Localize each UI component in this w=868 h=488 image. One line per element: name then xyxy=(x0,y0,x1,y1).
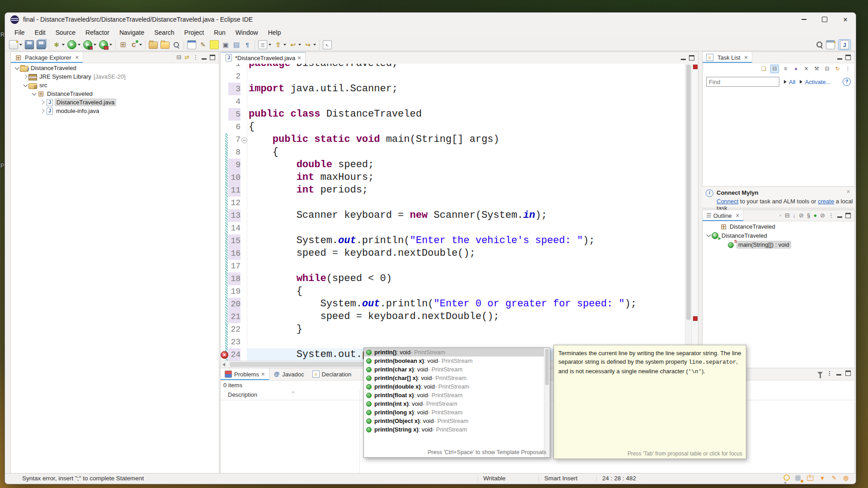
column-description[interactable]: Description xyxy=(228,391,257,398)
close-icon[interactable]: ✕ xyxy=(75,55,79,61)
minimize-icon[interactable] xyxy=(681,59,686,60)
presentation-icon[interactable]: ● xyxy=(792,65,800,73)
scrollbar-thumb[interactable] xyxy=(545,349,549,385)
menu-source[interactable]: Source xyxy=(51,28,80,38)
outline-item-main[interactable]: main(String[]) : void xyxy=(703,240,854,249)
dropdown-icon[interactable] xyxy=(283,44,286,46)
dropdown-icon[interactable] xyxy=(62,44,65,46)
column-divider[interactable] xyxy=(359,390,360,473)
menu-help[interactable]: Help xyxy=(263,28,286,38)
code-line-10[interactable]: 10 int maxHours; xyxy=(221,171,698,184)
sort-icon[interactable]: ↓ xyxy=(793,212,796,219)
pencil-icon[interactable] xyxy=(830,474,838,482)
link-with-editor-icon[interactable]: ⇄ xyxy=(184,54,189,61)
tab-declaration[interactable]: Declaration xyxy=(308,368,356,380)
code-line-14[interactable]: 14 xyxy=(221,222,698,235)
expander-icon[interactable] xyxy=(22,84,28,86)
table-button[interactable] xyxy=(231,40,241,49)
scrollbar-thumb[interactable] xyxy=(230,362,365,367)
collapse-all-icon[interactable]: ⊟ xyxy=(176,54,181,61)
new-java-project-button[interactable] xyxy=(118,40,128,49)
console-button[interactable] xyxy=(186,40,197,50)
update-project-button[interactable] xyxy=(129,40,143,49)
connect-link[interactable]: Connect xyxy=(717,198,738,205)
dropdown-icon[interactable] xyxy=(19,44,22,46)
cursor-position[interactable]: 24 : 28 : 482 xyxy=(602,475,636,482)
code-line-18[interactable]: 18 while(speed < 0) xyxy=(221,272,698,285)
menu-file[interactable]: File xyxy=(9,28,30,38)
tab-distancetraveled-java[interactable]: *DistanceTraveled.java ✕ xyxy=(221,52,306,64)
cap-icon[interactable] xyxy=(819,474,826,482)
view-menu-icon[interactable]: ⋮ xyxy=(844,65,852,73)
expander-icon[interactable] xyxy=(31,93,37,95)
dropdown-icon[interactable] xyxy=(78,44,80,46)
maximize-icon[interactable] xyxy=(210,55,215,60)
close-icon[interactable]: ✕ xyxy=(261,371,265,377)
external-tools-button[interactable] xyxy=(98,40,113,50)
maximize-icon[interactable] xyxy=(845,213,851,218)
close-icon[interactable]: ✕ xyxy=(297,55,301,61)
code-line-1[interactable]: 1package DistanceTraveled; xyxy=(221,64,698,70)
error-marker[interactable] xyxy=(693,65,698,69)
close-icon[interactable]: ✕ xyxy=(744,55,748,61)
expander-icon[interactable] xyxy=(705,235,712,236)
categorized-icon[interactable]: ⊟ xyxy=(770,65,779,73)
minimize-icon[interactable] xyxy=(837,216,842,218)
minimize-icon[interactable] xyxy=(202,58,207,60)
maximize-button[interactable] xyxy=(814,13,835,26)
completion-item-println-double-x[interactable]: println(double x) : void - PrintStream xyxy=(364,382,550,391)
code-line-13[interactable]: 13 Scanner keyboard = new Scanner(System… xyxy=(221,209,698,222)
delete-icon[interactable]: ✕ xyxy=(802,65,810,73)
book-icon[interactable] xyxy=(807,474,814,482)
tree-item-distancetraveled-java[interactable]: DistanceTraveled.java xyxy=(11,98,219,107)
skip-breakpoints-button[interactable] xyxy=(52,40,66,49)
close-icon[interactable]: ✕ xyxy=(736,213,740,219)
expander-icon[interactable] xyxy=(39,101,46,104)
view-menu-icon[interactable]: ⋮ xyxy=(828,212,834,219)
tree-item-jre-system-library[interactable]: JRE System Library[JavaSE-20] xyxy=(11,72,219,81)
code-line-4[interactable]: 4 xyxy=(221,95,698,108)
menu-edit[interactable]: Edit xyxy=(30,28,51,38)
code-editor[interactable]: 1package DistanceTraveled;23import java.… xyxy=(221,64,698,361)
view-menu-icon[interactable]: ⋮ xyxy=(193,54,198,61)
chevron-right-icon[interactable] xyxy=(784,80,787,84)
dropdown-icon[interactable] xyxy=(313,44,316,46)
dropdown-icon[interactable] xyxy=(109,44,112,46)
touch-icon[interactable] xyxy=(795,474,802,482)
code-line-17[interactable]: 17 xyxy=(221,260,698,272)
expander-icon[interactable] xyxy=(39,109,46,113)
hide-fields-icon[interactable]: ⊘ xyxy=(799,212,804,219)
code-line-5[interactable]: 5public class DistanceTraveled xyxy=(221,108,698,121)
find-input[interactable] xyxy=(706,77,779,87)
code-line-9[interactable]: 9 double speed; xyxy=(221,159,698,171)
popup-scrollbar[interactable] xyxy=(544,348,550,457)
completion-item-println-long-x[interactable]: println(long x) : void - PrintStream xyxy=(364,408,550,417)
menu-refactor[interactable]: Refactor xyxy=(80,28,114,38)
dropdown-icon[interactable] xyxy=(298,44,301,46)
menu-project[interactable]: Project xyxy=(179,28,209,38)
code-line-3[interactable]: 3import java.util.Scanner; xyxy=(221,83,698,95)
all-link[interactable]: All xyxy=(789,79,795,85)
completion-item-println-Object-x[interactable]: println(Object x) : void - PrintStream xyxy=(364,417,550,425)
dropdown-icon[interactable] xyxy=(94,44,96,46)
code-line-11[interactable]: 11 int periods; xyxy=(221,184,698,197)
minimize-button[interactable] xyxy=(793,13,814,26)
code-line-12[interactable]: 12 xyxy=(221,197,698,209)
search-tool-button[interactable] xyxy=(171,40,181,49)
forward-button[interactable] xyxy=(303,40,317,49)
scheduled-icon[interactable]: ≡ xyxy=(782,65,789,73)
minimize-icon[interactable] xyxy=(837,58,842,60)
link2-button[interactable] xyxy=(221,40,231,49)
completion-item-println-char-x[interactable]: println(char x) : void - PrintStream xyxy=(364,365,550,374)
hide-static-icon[interactable]: § xyxy=(807,212,810,219)
dropdown-icon[interactable] xyxy=(269,44,271,46)
code-line-15[interactable]: 15 System.out.println("Enter the vehicle… xyxy=(221,235,698,247)
title-bar[interactable]: final - DistanceTraveled/src/DistanceTra… xyxy=(5,13,856,26)
java-perspective-button[interactable] xyxy=(838,39,851,50)
coverage-button[interactable] xyxy=(82,40,97,50)
tree-item-src[interactable]: src xyxy=(11,81,219,89)
maximize-icon[interactable] xyxy=(845,55,851,60)
menu-run[interactable]: Run xyxy=(209,28,231,38)
completion-item-println-boolean-x[interactable]: println(boolean x) : void - PrintStream xyxy=(364,357,550,365)
completion-item-println-String-x[interactable]: println(String x) : void - PrintStream xyxy=(364,425,550,434)
